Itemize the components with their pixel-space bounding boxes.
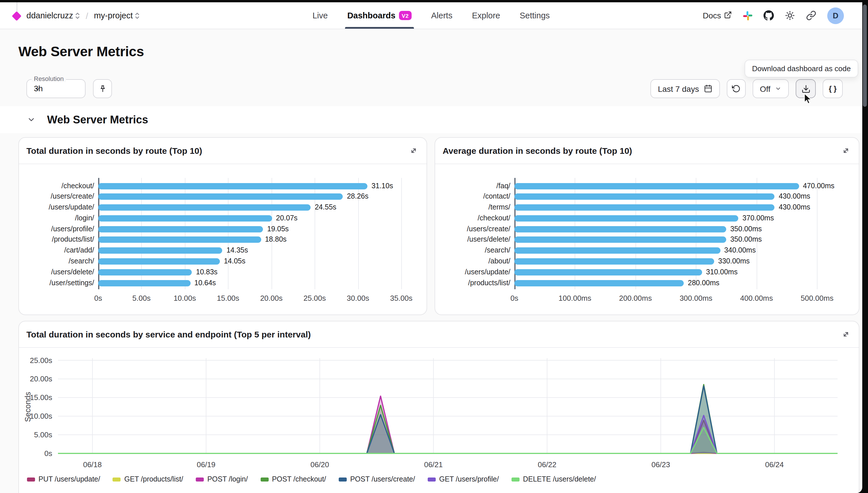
scrollbar[interactable] bbox=[863, 5, 867, 107]
bar[interactable] bbox=[98, 237, 261, 243]
category-label: /users/profile/ bbox=[19, 226, 94, 232]
bar[interactable] bbox=[98, 204, 311, 211]
legend-item[interactable]: PUT /users/update/ bbox=[27, 475, 100, 483]
bar[interactable] bbox=[514, 194, 775, 200]
legend-swatch-icon bbox=[428, 477, 436, 481]
bar[interactable] bbox=[98, 248, 223, 254]
bar[interactable] bbox=[514, 226, 726, 232]
mouse-cursor bbox=[804, 93, 812, 107]
slack-icon[interactable] bbox=[743, 10, 753, 20]
x-tick-label: 500.00ms bbox=[791, 294, 843, 302]
legend-label: POST /users/create/ bbox=[350, 475, 415, 483]
legend-item[interactable]: GET /users/profile/ bbox=[428, 475, 499, 483]
x-tick-label: 200.00ms bbox=[610, 294, 661, 302]
pin-icon bbox=[98, 84, 107, 93]
tab-dashboards[interactable]: DashboardsV2 bbox=[347, 2, 411, 29]
category-label: /login/ bbox=[19, 215, 94, 221]
github-icon[interactable] bbox=[763, 10, 774, 21]
value-label: 430.00ms bbox=[779, 194, 810, 200]
bar[interactable] bbox=[98, 215, 272, 221]
section-collapse-button[interactable] bbox=[27, 115, 36, 124]
expand-panel-button[interactable] bbox=[406, 143, 421, 158]
legend-swatch-icon bbox=[260, 477, 268, 481]
area-chart-svg: 0s5.00s10.00s15.00s20.00s25.00s06/1806/1… bbox=[19, 348, 859, 493]
legend-label: PUT /users/update/ bbox=[39, 475, 100, 483]
bar[interactable] bbox=[514, 248, 720, 254]
x-tick-label: 35.00s bbox=[376, 294, 427, 302]
legend-item[interactable]: POST /login/ bbox=[196, 475, 248, 483]
legend-swatch-icon bbox=[27, 477, 35, 481]
bar[interactable] bbox=[514, 269, 702, 275]
time-range-button[interactable]: Last 7 days bbox=[651, 79, 720, 98]
value-label: 28.26s bbox=[347, 194, 368, 200]
tab-explore[interactable]: Explore bbox=[472, 2, 500, 29]
category-label: /search/ bbox=[19, 258, 94, 264]
chevron-updown-icon bbox=[76, 12, 80, 19]
category-label: /checkout/ bbox=[19, 183, 94, 189]
legend-item[interactable]: POST /checkout/ bbox=[260, 475, 326, 483]
bar[interactable] bbox=[98, 269, 192, 275]
v2-badge: V2 bbox=[399, 11, 411, 20]
chevron-updown-icon bbox=[135, 12, 140, 19]
value-label: 350.00ms bbox=[730, 237, 762, 243]
panel-total-duration-by-route: Total duration in seconds by route (Top … bbox=[18, 137, 427, 315]
tab-label: Alerts bbox=[431, 11, 452, 20]
legend-item[interactable]: POST /users/create/ bbox=[339, 475, 415, 483]
expand-panel-button[interactable] bbox=[838, 143, 853, 158]
bar[interactable] bbox=[514, 237, 726, 243]
series-post-checkout- bbox=[58, 385, 838, 453]
bar[interactable] bbox=[98, 258, 220, 264]
bar-chart-average-duration[interactable]: 0s100.00ms200.00ms300.00ms400.00ms500.00… bbox=[435, 164, 859, 316]
bar[interactable] bbox=[98, 183, 367, 189]
category-label: /contact/ bbox=[435, 194, 510, 200]
edit-json-button[interactable]: { } bbox=[823, 79, 843, 98]
chevron-down-icon bbox=[775, 86, 781, 92]
bar[interactable] bbox=[514, 204, 775, 211]
bar[interactable] bbox=[514, 258, 714, 264]
category-label: /user/settings/ bbox=[19, 280, 94, 286]
bar[interactable] bbox=[98, 194, 343, 200]
tab-settings[interactable]: Settings bbox=[520, 2, 550, 29]
bar[interactable] bbox=[514, 215, 738, 221]
theme-sun-icon[interactable] bbox=[785, 10, 795, 21]
share-link-icon[interactable] bbox=[806, 10, 816, 21]
refresh-button[interactable] bbox=[726, 79, 745, 98]
org-switcher[interactable]: ddanielcruzz bbox=[26, 11, 80, 20]
bar[interactable] bbox=[514, 183, 799, 189]
bar[interactable] bbox=[98, 226, 263, 232]
x-tick-label: 06/23 bbox=[651, 460, 670, 469]
legend-swatch-icon bbox=[196, 477, 204, 481]
tab-alerts[interactable]: Alerts bbox=[431, 2, 452, 29]
resolution-select[interactable]: Resolution 3h bbox=[26, 79, 86, 98]
tab-label: Settings bbox=[520, 11, 550, 20]
category-label: /users/update/ bbox=[435, 269, 510, 275]
value-label: 310.00ms bbox=[706, 269, 738, 275]
refresh-icon bbox=[732, 84, 740, 93]
bar[interactable] bbox=[514, 280, 684, 286]
legend-item[interactable]: DELETE /users/delete/ bbox=[511, 475, 596, 483]
avatar[interactable]: D bbox=[827, 7, 844, 24]
calendar-icon bbox=[703, 84, 712, 93]
pin-resolution-button[interactable] bbox=[93, 79, 112, 98]
bar-chart-total-duration[interactable]: 0s5.00s10.00s15.00s20.00s25.00s30.00s35.… bbox=[19, 164, 426, 316]
series-post-users-create- bbox=[58, 386, 838, 453]
y-tick-label: 5.00s bbox=[34, 430, 52, 439]
value-label: 330.00ms bbox=[718, 258, 750, 264]
x-tick-label: 06/24 bbox=[765, 460, 784, 469]
x-tick-label: 06/20 bbox=[310, 460, 329, 469]
x-tick-label: 06/18 bbox=[83, 460, 102, 469]
legend-item[interactable]: GET /products/list/ bbox=[113, 475, 183, 483]
panel-title: Total duration in seconds by route (Top … bbox=[26, 146, 202, 155]
auto-refresh-select[interactable]: Off bbox=[752, 79, 789, 98]
avatar-letter: D bbox=[833, 11, 839, 20]
panel-header: Average duration in seconds by route (To… bbox=[435, 138, 859, 164]
x-tick-label: 0s bbox=[489, 294, 540, 302]
bar[interactable] bbox=[98, 280, 190, 286]
tab-live[interactable]: Live bbox=[313, 2, 328, 29]
docs-link[interactable]: Docs bbox=[703, 10, 732, 20]
expand-panel-button[interactable] bbox=[838, 326, 853, 342]
tab-label: Explore bbox=[472, 11, 500, 20]
legend-label: GET /users/profile/ bbox=[439, 475, 499, 483]
area-chart-duration-timeline[interactable]: 0s5.00s10.00s15.00s20.00s25.00s06/1806/1… bbox=[19, 348, 859, 493]
project-switcher[interactable]: my-project bbox=[94, 11, 140, 20]
